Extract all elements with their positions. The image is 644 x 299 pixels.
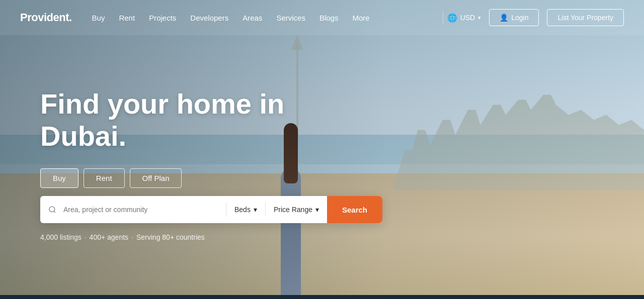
hero-title-line1: Find your home in bbox=[40, 88, 284, 120]
hero-section: Provident. Buy Rent Projects Developers … bbox=[0, 0, 644, 299]
hero-content: Find your home in Dubai. Buy Rent Off Pl… bbox=[0, 0, 644, 299]
globe-icon: 🌐 bbox=[447, 13, 457, 23]
header: Provident. Buy Rent Projects Developers … bbox=[0, 0, 644, 35]
nav-item-more[interactable]: More bbox=[352, 14, 369, 22]
tab-rent[interactable]: Rent bbox=[84, 168, 125, 188]
svg-point-0 bbox=[49, 207, 55, 212]
tab-off-plan[interactable]: Off Plan bbox=[130, 168, 182, 188]
person-hair bbox=[284, 123, 298, 183]
stat-listings: 4,000 listings bbox=[40, 233, 82, 241]
login-label: Login bbox=[511, 14, 528, 22]
nav-item-developers[interactable]: Developers bbox=[190, 14, 228, 22]
main-nav: Buy Rent Projects Developers Areas Servi… bbox=[92, 14, 439, 22]
nav-divider bbox=[443, 11, 443, 25]
beds-dropdown[interactable]: Beds ▾ bbox=[226, 206, 265, 214]
nav-item-buy[interactable]: Buy bbox=[92, 14, 105, 22]
hero-title: Find your home in Dubai. bbox=[40, 88, 292, 153]
footer-bar bbox=[0, 295, 644, 299]
currency-label: USD bbox=[460, 14, 475, 22]
nav-item-rent[interactable]: Rent bbox=[119, 14, 135, 22]
stat-divider-1: · bbox=[85, 233, 87, 241]
stat-agents: 400+ agents bbox=[90, 233, 128, 241]
nav-item-areas[interactable]: Areas bbox=[243, 14, 262, 22]
hero-stats: 4,000 listings · 400+ agents · Serving 8… bbox=[40, 233, 604, 241]
chevron-down-icon: ▾ bbox=[478, 15, 481, 21]
search-bar: Beds ▾ Price Range ▾ Search bbox=[40, 196, 382, 223]
nav-item-services[interactable]: Services bbox=[276, 14, 305, 22]
search-button[interactable]: Search bbox=[327, 196, 382, 223]
nav-item-blogs[interactable]: Blogs bbox=[319, 14, 339, 22]
user-icon: 👤 bbox=[500, 14, 508, 22]
price-range-label: Price Range bbox=[274, 206, 312, 214]
location-search-input[interactable] bbox=[63, 206, 226, 214]
search-icon bbox=[40, 206, 63, 214]
stat-countries: Serving 80+ countries bbox=[136, 233, 205, 241]
stat-divider-2: · bbox=[131, 233, 133, 241]
price-chevron-icon: ▾ bbox=[315, 206, 319, 214]
login-button[interactable]: 👤 Login bbox=[489, 9, 539, 26]
tab-buy[interactable]: Buy bbox=[40, 168, 78, 188]
hero-title-line2: Dubai. bbox=[40, 120, 126, 152]
list-property-button[interactable]: List Your Property bbox=[547, 9, 624, 26]
price-range-dropdown[interactable]: Price Range ▾ bbox=[266, 206, 327, 214]
beds-chevron-icon: ▾ bbox=[254, 206, 257, 214]
brand-logo[interactable]: Provident. bbox=[20, 11, 72, 24]
currency-selector[interactable]: 🌐 USD ▾ bbox=[447, 13, 481, 23]
beds-label: Beds bbox=[234, 206, 251, 214]
header-right: 🌐 USD ▾ 👤 Login List Your Property bbox=[447, 9, 624, 26]
search-tabs: Buy Rent Off Plan bbox=[40, 168, 604, 188]
nav-item-projects[interactable]: Projects bbox=[149, 14, 176, 22]
